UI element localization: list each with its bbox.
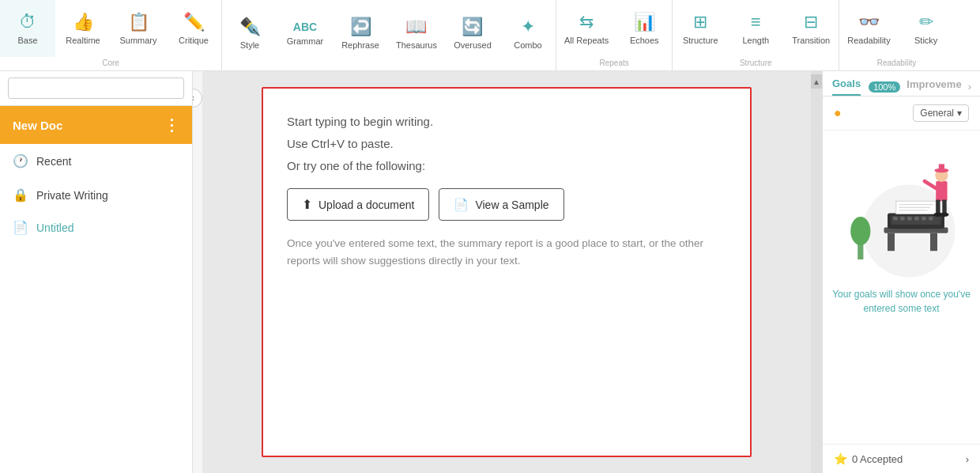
toolbar-item-grammar[interactable]: ABC Grammar xyxy=(277,0,333,66)
right-panel-tabs: Goals 100% Improveme › xyxy=(823,71,980,96)
editor-area: ‹ Start typing to begin writing. Use Ctr… xyxy=(193,71,822,473)
repeats-items: ⇆ All Repeats 📊 Echoes xyxy=(556,0,672,57)
svg-point-26 xyxy=(940,213,948,217)
toolbar: ⏱ Base 👍 Realtime 📋 Summary ✏️ Critique … xyxy=(0,0,980,71)
chevron-down-icon: ▾ xyxy=(957,108,962,119)
expand-panel-button[interactable]: › xyxy=(968,81,971,93)
toolbar-item-realtime[interactable]: 👍 Realtime xyxy=(55,0,111,57)
echoes-icon: 📊 xyxy=(634,12,655,32)
upload-icon: ⬆ xyxy=(302,197,312,212)
editor-box[interactable]: Start typing to begin writing. Use Ctrl+… xyxy=(262,87,752,457)
goals-toggle: ● General ▾ xyxy=(823,96,980,131)
toolbar-item-echoes[interactable]: 📊 Echoes xyxy=(616,0,672,57)
toolbar-item-length[interactable]: ≡ Length xyxy=(728,0,783,57)
toolbar-item-all-repeats[interactable]: ⇆ All Repeats xyxy=(556,0,616,57)
upload-label: Upload a document xyxy=(318,199,414,211)
readability-label: Readability xyxy=(839,57,953,70)
private-label: Private Writing xyxy=(36,189,108,202)
dropdown-label: General xyxy=(920,108,954,119)
combo-icon: ✦ xyxy=(521,17,535,37)
base-icon: ⏱ xyxy=(19,12,36,32)
doc-icon: 📄 xyxy=(13,220,28,235)
panel-footer[interactable]: ⭐ 0 Accepted › xyxy=(823,444,980,473)
realtime-icon: 👍 xyxy=(73,12,94,32)
sidebar-item-recent[interactable]: 🕐 Recent xyxy=(0,144,192,178)
tab-goals[interactable]: Goals xyxy=(832,78,861,96)
toolbar-group-repeats: ⇆ All Repeats 📊 Echoes Repeats xyxy=(556,0,673,70)
toolbar-group-core: ⏱ Base 👍 Realtime 📋 Summary ✏️ Critique … xyxy=(0,0,222,70)
toolbar-item-style[interactable]: ✒️ Style xyxy=(222,0,277,66)
goals-dropdown[interactable]: General ▾ xyxy=(913,104,969,122)
general-label: ● xyxy=(834,106,842,120)
sidebar-item-private[interactable]: 🔒 Private Writing xyxy=(0,178,192,212)
view-sample-button[interactable]: 📄 View a Sample xyxy=(439,188,564,221)
style-icon: ✒️ xyxy=(239,17,261,37)
toolbar-item-transition[interactable]: ⊟ Transition xyxy=(783,0,839,57)
toolbar-item-structure[interactable]: ⊞ Structure xyxy=(673,0,728,57)
sidebar-search-area xyxy=(0,71,192,106)
footer-arrow[interactable]: › xyxy=(966,453,969,465)
editor-container: Start typing to begin writing. Use Ctrl+… xyxy=(202,71,811,473)
recent-icon: 🕐 xyxy=(13,153,28,168)
sidebar-item-untitled[interactable]: 📄 Untitled xyxy=(0,212,192,243)
transition-icon: ⊟ xyxy=(804,12,818,32)
core-label: Core xyxy=(0,57,221,70)
toolbar-item-sticky[interactable]: ✏ Sticky xyxy=(899,0,954,57)
collapse-area: ‹ xyxy=(193,71,202,473)
svg-rect-4 xyxy=(888,233,895,252)
scroll-up-button[interactable]: ▲ xyxy=(811,74,822,89)
scrollbar[interactable]: ▲ xyxy=(811,71,822,473)
readability-items: 👓 Readability ✏ Sticky xyxy=(839,0,953,57)
svg-rect-9 xyxy=(900,217,904,221)
toolbar-item-overused[interactable]: 🔄 Overused xyxy=(445,0,500,66)
new-doc-button[interactable]: New Doc ⋮ xyxy=(0,106,192,144)
search-input[interactable] xyxy=(8,78,184,99)
svg-point-2 xyxy=(850,217,870,245)
style-label xyxy=(222,66,556,70)
toolbar-item-thesaurus[interactable]: 📖 Thesaurus xyxy=(388,0,445,66)
sticky-icon: ✏ xyxy=(919,12,933,32)
goals-message: Your goals will show once you've entered… xyxy=(831,287,972,316)
editor-action-buttons: ⬆ Upload a document 📄 View a Sample xyxy=(287,188,726,221)
svg-rect-8 xyxy=(893,217,897,221)
placeholder-line-2: Use Ctrl+V to paste. xyxy=(287,134,726,153)
toolbar-item-combo[interactable]: ✦ Combo xyxy=(500,0,556,66)
tab-improvements[interactable]: Improveme xyxy=(906,78,961,95)
goals-illustration: Your goals will show once you've entered… xyxy=(823,131,980,444)
new-doc-dots[interactable]: ⋮ xyxy=(164,117,179,133)
goals-badge: 100% xyxy=(869,81,900,93)
length-icon: ≡ xyxy=(751,12,761,32)
core-items: ⏱ Base 👍 Realtime 📋 Summary ✏️ Critique xyxy=(0,0,221,57)
svg-rect-21 xyxy=(938,164,944,171)
illustration-svg xyxy=(839,138,965,281)
collapse-sidebar-button[interactable]: ‹ xyxy=(193,89,202,108)
toolbar-item-base[interactable]: ⏱ Base xyxy=(0,0,55,57)
editor-wrapper: Start typing to begin writing. Use Ctrl+… xyxy=(202,71,811,473)
recent-label: Recent xyxy=(36,155,71,168)
toolbar-item-summary[interactable]: 📋 Summary xyxy=(111,0,166,57)
svg-rect-10 xyxy=(907,217,911,221)
critique-icon: ✏️ xyxy=(183,12,205,32)
svg-rect-13 xyxy=(929,217,933,221)
upload-document-button[interactable]: ⬆ Upload a document xyxy=(287,188,429,221)
content-area: New Doc ⋮ 🕐 Recent 🔒 Private Writing 📄 U… xyxy=(0,71,980,473)
right-panel: Goals 100% Improveme › ● General ▾ xyxy=(822,71,980,473)
toolbar-item-rephrase[interactable]: ↩️ Rephrase xyxy=(333,0,388,66)
style-items: ✒️ Style ABC Grammar ↩️ Rephrase 📖 Thesa… xyxy=(222,0,556,66)
overused-icon: 🔄 xyxy=(462,17,483,37)
placeholder-line-3: Or try one of the following: xyxy=(287,157,726,176)
svg-rect-23 xyxy=(936,199,940,214)
sample-icon: 📄 xyxy=(454,198,469,212)
toolbar-item-critique[interactable]: ✏️ Critique xyxy=(166,0,221,57)
grammar-icon: ABC xyxy=(293,21,317,33)
placeholder-line-1: Start typing to begin writing. xyxy=(287,112,726,131)
untitled-label: Untitled xyxy=(36,221,74,234)
rephrase-icon: ↩️ xyxy=(350,17,371,37)
toolbar-item-readability[interactable]: 👓 Readability xyxy=(839,0,898,57)
svg-rect-11 xyxy=(914,217,918,221)
new-doc-label: New Doc xyxy=(13,119,62,132)
structure-items: ⊞ Structure ≡ Length ⊟ Transition xyxy=(673,0,839,57)
svg-rect-12 xyxy=(922,217,925,221)
toolbar-group-structure: ⊞ Structure ≡ Length ⊟ Transition Struct… xyxy=(673,0,839,70)
sample-label: View a Sample xyxy=(475,199,548,211)
